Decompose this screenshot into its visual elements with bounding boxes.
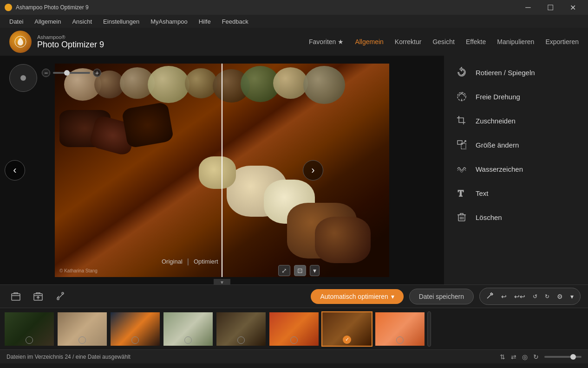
tab-exportieren[interactable]: Exportieren — [545, 36, 579, 47]
undo-all-button[interactable]: ↩↩ — [511, 291, 528, 302]
more-button[interactable]: ▾ — [568, 291, 576, 302]
tab-gesicht[interactable]: Gesicht — [432, 36, 454, 47]
dropdown-arrow: ▾ — [391, 293, 394, 300]
pan-dot — [20, 75, 26, 81]
view-mode-button[interactable]: ▾ — [310, 265, 320, 276]
film-thumb-0[interactable] — [4, 311, 55, 347]
auto-optimize-button[interactable]: Automatisch optimieren ▾ — [311, 289, 403, 304]
photo-credit: © Katharina Stang — [59, 268, 98, 273]
photo-display: Original | Optimiert © Katharina Stang — [55, 64, 389, 277]
settings-button[interactable]: ⚙ — [554, 291, 566, 302]
fullscreen-button[interactable]: ⤢ — [278, 265, 290, 276]
close-button[interactable]: ✕ — [562, 0, 583, 15]
tab-allgemein[interactable]: Allgemein — [355, 36, 383, 47]
toolbar: Automatisch optimieren ▾ Datei speichern… — [0, 284, 588, 308]
thumb-indicator-1 — [78, 336, 86, 344]
prev-button[interactable]: ‹ — [5, 160, 25, 181]
text-label: Text — [476, 189, 489, 197]
zoom-slider[interactable] — [53, 72, 90, 74]
thumb-indicator-0 — [26, 336, 33, 344]
open-file-button[interactable] — [7, 288, 24, 305]
status-bar: Dateien im Verzeichnis 24 / eine Datei a… — [0, 349, 588, 363]
crop-icon — [455, 114, 468, 127]
magic-wand-button[interactable] — [483, 290, 497, 303]
svg-line-13 — [59, 295, 62, 298]
zoom-out-button[interactable]: − — [42, 69, 50, 77]
logo-area: Ashampoo® Photo Optimizer 9 — [9, 31, 104, 53]
thumb-indicator-7 — [396, 336, 404, 344]
tools-button[interactable] — [52, 288, 69, 305]
text-icon: T — [455, 187, 468, 200]
menu-zuschneiden[interactable]: Zuschneiden — [444, 109, 588, 133]
menu-groesse[interactable]: Größe ändern — [444, 133, 588, 157]
pan-control[interactable] — [9, 64, 37, 92]
next-button[interactable]: › — [303, 160, 323, 181]
menu-einstellungen[interactable]: Einstellungen — [98, 16, 144, 27]
thumb-indicator-4 — [237, 336, 245, 344]
label-optimiert: Optimiert — [194, 258, 218, 265]
menu-rotieren[interactable]: Rotieren / Spiegeln — [444, 60, 588, 84]
zoom-thumb[interactable] — [64, 70, 70, 76]
maximize-button[interactable]: ☐ — [540, 0, 561, 15]
action-group: ↩ ↩↩ ↺ ↻ ⚙ ▾ — [479, 288, 581, 305]
tab-korrektur[interactable]: Korrektur — [395, 36, 422, 47]
menu-feedback[interactable]: Feedback — [217, 16, 253, 27]
image-viewer: − + — [0, 56, 444, 284]
rotate-icon — [455, 66, 468, 79]
menu-allgemein[interactable]: Allgemein — [30, 16, 65, 27]
film-thumb-7[interactable] — [374, 311, 425, 347]
filmstrip: ✓ — [0, 308, 588, 349]
nav-tabs: Favoriten ★ Allgemein Korrektur Gesicht … — [309, 36, 579, 47]
label-original: Original — [162, 258, 183, 265]
rotate-right-button[interactable]: ↻ — [542, 291, 552, 302]
zoom-bar: − + — [42, 69, 101, 77]
check-icon[interactable]: ◎ — [522, 353, 528, 361]
wasserzeichen-label: Wasserzeichen — [476, 165, 523, 173]
tab-favoriten[interactable]: Favoriten ★ — [309, 36, 344, 47]
thumb-indicator-5 — [290, 336, 298, 344]
menu-text[interactable]: T Text — [444, 181, 588, 205]
size-slider-thumb[interactable] — [570, 354, 576, 360]
save-folder-button[interactable] — [30, 288, 46, 305]
menu-hilfe[interactable]: Hilfe — [194, 16, 216, 27]
menu-datei[interactable]: Datei — [5, 16, 28, 27]
size-slider[interactable] — [544, 356, 581, 358]
free-rotate-icon — [455, 90, 468, 103]
menu-myashampoo[interactable]: MyAshampoo — [146, 16, 192, 27]
window-controls: ─ ☐ ✕ — [517, 0, 583, 15]
split-line — [222, 64, 222, 277]
film-thumb-4[interactable] — [216, 311, 267, 347]
sort-icon[interactable]: ⇅ — [500, 353, 505, 361]
menu-ansicht[interactable]: Ansicht — [67, 16, 97, 27]
rotate-left-button[interactable]: ↺ — [530, 291, 540, 302]
watermark-icon — [455, 162, 468, 175]
svg-text:T: T — [458, 189, 464, 198]
menu-loeschen[interactable]: Löschen — [444, 205, 588, 229]
resize-icon — [455, 138, 468, 151]
svg-rect-11 — [12, 294, 20, 300]
save-button[interactable]: Datei speichern — [409, 289, 474, 304]
freie-drehung-label: Freie Drehung — [476, 93, 520, 101]
film-thumb-5[interactable] — [268, 311, 320, 347]
zoom-in-button[interactable]: + — [93, 69, 101, 77]
collapse-button[interactable]: ▼ — [214, 279, 230, 284]
rotieren-label: Rotieren / Spiegeln — [476, 69, 535, 77]
tab-effekte[interactable]: Effekte — [466, 36, 486, 47]
filmstrip-scrollbar[interactable] — [427, 311, 431, 347]
film-thumb-2[interactable] — [110, 311, 161, 347]
film-thumb-6[interactable]: ✓ — [321, 311, 372, 347]
film-thumb-3[interactable] — [163, 311, 214, 347]
swap-icon[interactable]: ⇄ — [511, 353, 516, 361]
menu-freie-drehung[interactable]: Freie Drehung — [444, 84, 588, 109]
refresh-icon[interactable]: ↻ — [533, 353, 539, 361]
undo-button[interactable]: ↩ — [498, 291, 510, 302]
menu-wasserzeichen[interactable]: Wasserzeichen — [444, 157, 588, 181]
tab-manipulieren[interactable]: Manipulieren — [497, 36, 534, 47]
film-thumb-1[interactable] — [57, 311, 108, 347]
app-icon — [5, 4, 12, 11]
split-view-button[interactable]: ⊡ — [294, 265, 306, 276]
minimize-button[interactable]: ─ — [517, 0, 539, 15]
status-text: Dateien im Verzeichnis 24 / eine Datei a… — [7, 354, 131, 360]
thumb-check-6: ✓ — [343, 336, 351, 344]
groesse-label: Größe ändern — [476, 141, 519, 149]
